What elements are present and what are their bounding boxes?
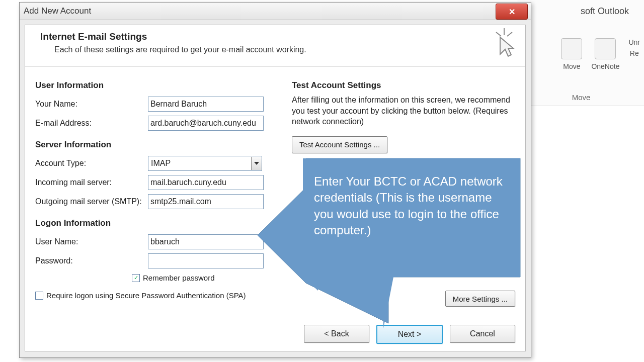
more-settings-button[interactable]: More Settings ... bbox=[445, 291, 515, 307]
move-icon bbox=[561, 38, 582, 59]
test-next-checkbox[interactable]: ✓ bbox=[306, 163, 314, 171]
spa-label: Require logon using Secure Password Auth… bbox=[46, 291, 246, 300]
outgoing-server-label: Outgoing mail server (SMTP): bbox=[35, 197, 148, 206]
server-information-heading: Server Information bbox=[35, 140, 277, 150]
cancel-button[interactable]: Cancel bbox=[450, 325, 515, 343]
test-account-settings-button[interactable]: Test Account Settings ... bbox=[292, 136, 387, 153]
your-name-label: Your Name: bbox=[35, 100, 148, 109]
outlook-ribbon-fragment: soft Outlook Move OneNote Unr Re Move bbox=[518, 0, 644, 106]
user-information-heading: User Information bbox=[35, 80, 277, 90]
next-button[interactable]: Next > bbox=[376, 325, 443, 344]
close-button[interactable]: ✕ bbox=[496, 4, 528, 20]
test-settings-desc: After filling out the information on thi… bbox=[292, 95, 517, 127]
email-input[interactable] bbox=[148, 116, 264, 131]
outgoing-server-input[interactable] bbox=[148, 194, 264, 209]
next-label: Next > bbox=[398, 330, 422, 339]
username-input[interactable] bbox=[148, 234, 264, 249]
onenote-icon bbox=[595, 38, 616, 59]
more-settings-label: More Settings ... bbox=[453, 295, 508, 303]
svg-line-1 bbox=[496, 32, 501, 36]
incoming-server-label: Incoming mail server: bbox=[35, 178, 148, 187]
remember-password-row[interactable]: ✓ Remember password bbox=[132, 274, 277, 282]
test-next-label: Test Account Settings by clicking the Ne… bbox=[318, 162, 491, 171]
test-account-settings-label: Test Account Settings ... bbox=[299, 140, 380, 149]
dialog-body: Internet E-mail Settings Each of these s… bbox=[25, 25, 526, 351]
ribbon-move-button[interactable]: Move bbox=[561, 38, 582, 70]
header-title: Internet E-mail Settings bbox=[40, 31, 147, 42]
ribbon-unread-label-partial: Unr bbox=[628, 38, 640, 46]
ribbon-move-label: Move bbox=[563, 62, 580, 70]
remember-password-label: Remember password bbox=[143, 274, 215, 282]
back-button[interactable]: < Back bbox=[304, 325, 369, 343]
wizard-cursor-icon bbox=[493, 28, 515, 58]
cancel-label: Cancel bbox=[470, 329, 495, 338]
dialog-title: Add New Account bbox=[24, 6, 91, 16]
spa-row[interactable]: Require logon using Secure Password Auth… bbox=[35, 291, 277, 300]
account-type-select[interactable]: IMAP bbox=[148, 156, 262, 171]
close-icon: ✕ bbox=[509, 7, 515, 17]
your-name-input[interactable] bbox=[148, 97, 264, 112]
remember-password-checkbox[interactable]: ✓ bbox=[132, 274, 140, 282]
test-settings-heading: Test Account Settings bbox=[292, 80, 517, 90]
password-input[interactable] bbox=[148, 253, 264, 268]
ribbon-re-label-partial: Re bbox=[630, 49, 639, 57]
titlebar[interactable]: Add New Account ✕ bbox=[20, 3, 531, 20]
email-label: E-mail Address: bbox=[35, 119, 148, 128]
wizard-button-row: < Back Next > Cancel bbox=[304, 325, 515, 344]
svg-line-2 bbox=[507, 32, 512, 36]
account-type-value: IMAP bbox=[151, 159, 171, 168]
ribbon-unread-button[interactable]: Unr Re bbox=[628, 38, 640, 57]
header-divider bbox=[25, 66, 525, 67]
app-title-partial: soft Outlook bbox=[581, 6, 629, 17]
account-type-label: Account Type: bbox=[35, 159, 148, 168]
username-label: User Name: bbox=[35, 237, 148, 246]
logon-information-heading: Logon Information bbox=[35, 218, 277, 228]
dropdown-arrow-icon bbox=[251, 157, 262, 170]
incoming-server-input[interactable] bbox=[148, 175, 264, 190]
left-column: User Information Your Name: E-mail Addre… bbox=[35, 75, 277, 300]
header-subtitle: Each of these settings are required to g… bbox=[54, 45, 306, 54]
test-next-row[interactable]: ✓ Test Account Settings by clicking the … bbox=[306, 162, 517, 171]
add-account-dialog: Add New Account ✕ Internet E-mail Settin… bbox=[19, 2, 531, 358]
ribbon-group-label: Move bbox=[518, 93, 644, 102]
back-label: < Back bbox=[324, 329, 349, 338]
password-label: Password: bbox=[35, 256, 148, 265]
right-column: Test Account Settings After filling out … bbox=[292, 75, 517, 171]
ribbon-onenote-label: OneNote bbox=[591, 62, 619, 70]
ribbon-onenote-button[interactable]: OneNote bbox=[591, 38, 619, 70]
spa-checkbox[interactable] bbox=[35, 292, 43, 300]
